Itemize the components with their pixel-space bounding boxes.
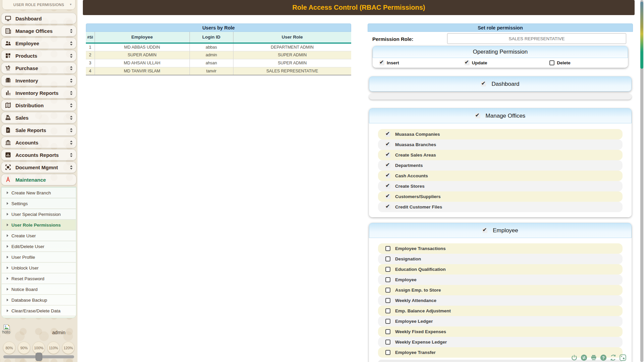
submenu-item-settings[interactable]: Settings [2,198,76,209]
table-row[interactable]: 4MD TANVIR ISLAMtanvirSALES REPRESENTATI… [86,67,351,75]
submenu-item-user-role-permissions[interactable]: User Role Permissions [2,220,76,230]
submenu-item-user-profile[interactable]: User Profile [2,252,76,262]
sidebar-item-sale-reports[interactable]: Sale Reports [1,124,76,136]
role-selector-dropdown[interactable]: USER ROLE PERMISSIONS ▼ [2,0,75,10]
print-icon[interactable] [590,354,597,361]
submenu-item-create-new-branch[interactable]: Create New Branch [2,188,76,198]
create-sales-areas-checkbox[interactable] [385,153,390,158]
sidebar-item-accounts-reports[interactable]: Accounts Reports [1,149,76,161]
permission-item-muasasa-companies: Muasasa Companies [378,129,623,139]
section-header-manage-offices[interactable]: Manage Offices [369,108,632,123]
zoom-90-button[interactable]: 90% [18,342,30,354]
permission-item-label: Employee Transfer [395,350,436,355]
office-icon [5,27,11,34]
table-row[interactable]: 2SUPER ADMINadminSUPER ADMIN [86,51,351,59]
permission-item-label: Weekly Attendance [395,298,436,303]
submenu-item-clear-erase-delete-data[interactable]: Clear/Erase/Delete Data [2,306,76,316]
submenu-item-unblock-user[interactable]: Unblock User [2,263,76,273]
customers-suppliers-checkbox[interactable] [385,194,390,199]
cell: 2 [86,51,95,59]
zoom-slider-thumb[interactable] [36,353,42,361]
employee-ledger-checkbox[interactable] [385,319,390,324]
zoom-110-button[interactable]: 110% [47,342,60,354]
muasasa-branches-checkbox[interactable] [385,142,390,147]
zoom-120-button[interactable]: 120% [62,342,74,354]
employee-section-checkbox[interactable] [482,228,487,233]
users-by-role-table: #SlEmployeeLogin IDUser Role 1MD ABBAS U… [86,32,351,75]
insert-checkbox[interactable] [379,60,384,65]
permission-item-label: Employee [395,277,417,282]
submenu-item-edit-delete-user[interactable]: Edit/Delete User [2,241,76,252]
app-window: USER ROLE PERMISSIONS ▼ DashboardManage … [0,0,644,362]
fullscreen-icon[interactable] [619,354,627,361]
table-row[interactable]: 3MD AHSAN ULLAHahsanSUPER ADMIN [86,59,351,67]
cell: abbas [190,43,233,51]
people-icon [5,40,11,47]
submenu-item-create-user[interactable]: Create User [2,231,76,241]
exchange-icon[interactable] [580,354,588,361]
zoom-slider[interactable] [3,355,74,358]
sync-icon[interactable] [609,354,617,361]
submenu-item-user-special-permission[interactable]: User Special Permission [2,209,76,220]
cell: 3 [86,59,95,67]
cash-accounts-checkbox[interactable] [385,173,390,178]
create-stores-checkbox[interactable] [385,184,390,189]
sidebar-item-purchase[interactable]: Purchase [1,62,76,74]
sidebar-item-products[interactable]: Products [1,50,76,61]
submenu-arrow-icon [7,213,8,216]
delete-checkbox[interactable] [549,60,554,65]
permission-role-input[interactable] [447,33,626,44]
employee-transactions-checkbox[interactable] [385,246,390,251]
cell: SUPER ADMIN [95,51,190,59]
zoom-100-button[interactable]: 100% [33,342,45,354]
column-header-login-id: Login ID [190,32,233,43]
employee-transfer-checkbox[interactable] [385,350,390,355]
box-icon [5,77,11,84]
section-items: Employee TransactionsDesignationEducatio… [369,238,632,362]
submenu-item-reset-password[interactable]: Reset Password [2,274,76,284]
permission-role-label: Permission Role: [372,36,414,42]
submenu-arrow-icon [7,224,8,226]
sidebar-item-distribution[interactable]: Distribution [1,100,76,111]
scrollbar-thumb[interactable] [640,2,643,69]
sidebar-item-employee[interactable]: Employee [1,38,76,49]
update-checkbox[interactable] [465,60,470,65]
operating-permission-card: Operating Permission InsertUpdateDelete [373,46,628,68]
permission-item-label: Weekly Expense Ledger [395,340,447,345]
submenu-arrow-icon [7,266,8,269]
sidebar-item-dashboard[interactable]: Dashboard [1,13,76,24]
designation-checkbox[interactable] [385,256,390,261]
cell: SUPER ADMIN [233,59,351,67]
manage-offices-section-checkbox[interactable] [475,113,480,118]
help-icon[interactable]: ? [600,354,607,361]
submenu-item-database-backup[interactable]: Database Backup [2,295,76,305]
section-header-employee[interactable]: Employee [369,223,632,238]
sidebar-item-inventory[interactable]: Inventory [1,75,76,86]
power-icon[interactable] [571,354,578,361]
sidebar-item-accounts[interactable]: Accounts [1,137,76,148]
emp-balance-adjustment-checkbox[interactable] [385,308,390,313]
permission-item-weekly-fixed-expenses: Weekly Fixed Expenses [378,326,623,337]
operating-option-update: Update [458,60,543,65]
sidebar-item-inventory-reports[interactable]: Inventory Reports [1,87,76,99]
logged-in-user: admin [52,330,66,335]
table-row[interactable]: 1MD ABBAS UDDINabbasDEPARTMENT ADMIN [86,43,351,51]
sidebar-item-maintenance[interactable]: Maintenance [1,174,76,185]
operating-option-delete: Delete [543,60,628,65]
education-qualification-checkbox[interactable] [385,267,390,272]
weekly-expense-ledger-checkbox[interactable] [385,340,390,345]
assign-emp-to-store-checkbox[interactable] [385,288,390,293]
sidebar-item-manage-offices[interactable]: Manage Offices [1,25,76,37]
muasasa-companies-checkbox[interactable] [385,132,390,137]
zoom-80-button[interactable]: 80% [3,342,15,354]
departments-checkbox[interactable] [385,163,390,168]
section-header-dashboard[interactable]: Dashboard [369,76,632,92]
weekly-fixed-expenses-checkbox[interactable] [385,329,390,334]
submenu-item-notice-board[interactable]: Notice Board [2,284,76,295]
employee-checkbox[interactable] [385,277,390,282]
credit-customer-files-checkbox[interactable] [385,204,390,209]
sidebar-item-document-mgmnt[interactable]: Document Mgmnt [1,162,76,173]
sidebar-item-sales[interactable]: Sales [1,112,76,123]
dashboard-section-checkbox[interactable] [481,81,486,86]
weekly-attendance-checkbox[interactable] [385,298,390,303]
